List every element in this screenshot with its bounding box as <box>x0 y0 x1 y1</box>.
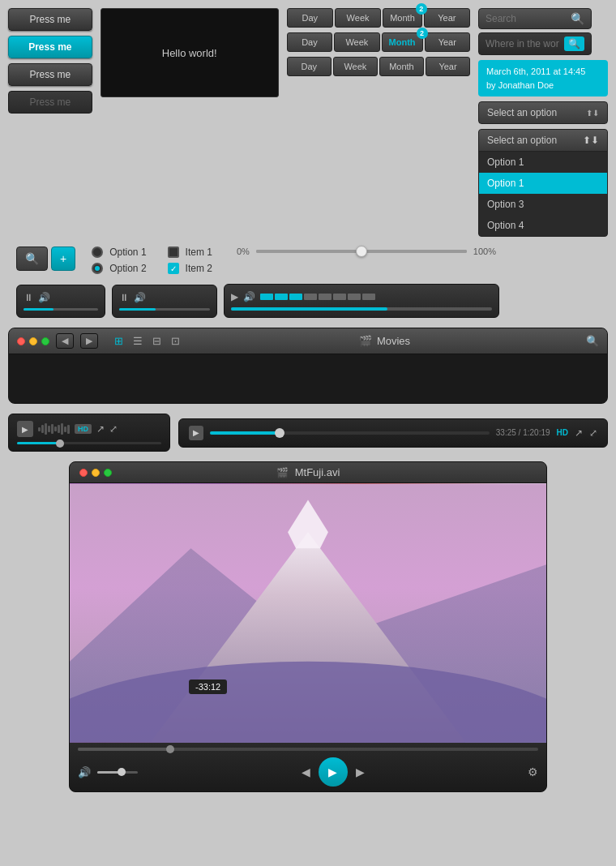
main-progress-thumb[interactable] <box>166 745 174 753</box>
dropdown-option-1-active[interactable]: Option 1 <box>479 173 607 194</box>
press-me-button-3[interactable]: Press me <box>8 63 92 86</box>
grid-view-icon[interactable]: ⊞ <box>111 333 126 349</box>
progress-bar-2[interactable] <box>119 308 210 311</box>
volume-icon-1[interactable]: 🔊 <box>38 292 50 303</box>
search-icon-1[interactable]: 🔍 <box>571 12 584 25</box>
dropdown-option-3[interactable]: Option 3 <box>479 194 607 215</box>
dropdown-option-4[interactable]: Option 4 <box>479 215 607 236</box>
main-bottom-controls: 🔊 ◀ ▶ ▶ ⚙ <box>78 757 538 787</box>
date-year-2[interactable]: Year <box>425 32 470 52</box>
volume-slider[interactable] <box>97 771 138 774</box>
mac-back-button[interactable]: ◀ <box>56 333 74 349</box>
progress-bar-large[interactable] <box>231 307 492 311</box>
date-day-2[interactable]: Day <box>287 32 332 52</box>
pause-icon-1[interactable]: ⏸ <box>24 292 33 303</box>
badge-1: 2 <box>416 3 427 15</box>
press-me-button-1[interactable]: Press me <box>8 8 92 31</box>
search-teal-icon[interactable]: 🔍 <box>564 36 584 51</box>
mini-play-button-left[interactable]: ▶ <box>17 421 33 437</box>
progress-bar-1[interactable] <box>24 308 98 311</box>
wave-bar-9 <box>64 427 66 432</box>
radio-option-1[interactable] <box>92 247 103 258</box>
dropdown-open-header[interactable]: Select an option ⬆⬇ <box>479 130 607 152</box>
next-button[interactable]: ▶ <box>356 765 365 778</box>
press-me-button-2[interactable]: Press me <box>8 36 92 58</box>
settings-icon[interactable]: ⚙ <box>528 765 538 778</box>
main-minimize-dot[interactable] <box>92 469 100 477</box>
main-video-area: -33:12 <box>70 483 546 743</box>
pause-icon-2[interactable]: ⏸ <box>119 292 129 303</box>
chevron-down-icon: ⬆⬇ <box>586 109 599 118</box>
wave-bar-4 <box>48 426 50 432</box>
mac-maximize-dot[interactable] <box>41 337 49 345</box>
date-week-1[interactable]: Week <box>335 8 381 28</box>
check-item-1-row: Item 1 <box>168 247 212 258</box>
mac-close-dot[interactable] <box>17 337 25 345</box>
slider-thumb[interactable] <box>356 246 367 257</box>
media-player-small-2: ⏸ 🔊 <box>112 285 217 318</box>
mac-minimize-dot[interactable] <box>29 337 37 345</box>
date-month-3[interactable]: Month <box>379 57 424 76</box>
wave-bar-8 <box>61 423 63 435</box>
column-view-icon[interactable]: ⊟ <box>149 333 165 349</box>
share-icon-left[interactable]: ↗ <box>96 423 105 435</box>
mac-search-icon[interactable]: 🔍 <box>586 335 599 347</box>
fullscreen-icon-right[interactable]: ⤢ <box>589 427 597 439</box>
wave-bar-6 <box>54 427 57 431</box>
prev-button[interactable]: ◀ <box>302 765 310 778</box>
date-day-1[interactable]: Day <box>287 8 333 28</box>
volume-icon-large[interactable]: 🔊 <box>243 291 255 302</box>
play-icon-large[interactable]: ▶ <box>231 291 238 302</box>
fullscreen-icon-left[interactable]: ⤢ <box>109 423 118 435</box>
mac-forward-button[interactable]: ▶ <box>80 333 98 349</box>
slider-min-label: 0% <box>237 247 250 256</box>
hd-badge-right: HD <box>557 428 568 437</box>
main-play-button[interactable]: ▶ <box>319 757 348 787</box>
cover-view-icon[interactable]: ⊡ <box>168 333 183 349</box>
hello-world-text: Hello world! <box>162 47 217 59</box>
dropdown-single[interactable]: Select an option ⬆⬇ <box>478 101 608 124</box>
media-controls-large: ▶ 🔊 <box>231 291 492 302</box>
waveform-bars <box>260 294 375 300</box>
mini-progress-thumb-left[interactable] <box>56 439 64 448</box>
search-icon-button[interactable]: 🔍 <box>16 247 48 271</box>
volume-thumb[interactable] <box>118 768 126 776</box>
slider-track[interactable] <box>256 250 467 253</box>
checkbox-item-1[interactable] <box>168 247 179 258</box>
wave-bar-2 <box>41 425 44 433</box>
add-icon-button[interactable]: + <box>51 247 75 271</box>
time-display-right: 33:25 / 1:20:19 <box>496 428 550 437</box>
mini-progress-left[interactable] <box>17 442 161 444</box>
date-row-3: Day Week Month Year <box>287 57 470 76</box>
mini-track-fill-right <box>210 431 280 435</box>
date-year-1[interactable]: Year <box>424 8 470 28</box>
list-view-icon[interactable]: ☰ <box>130 333 146 349</box>
dropdown-option-1-a[interactable]: Option 1 <box>479 152 607 173</box>
share-icon-right[interactable]: ↗ <box>575 427 583 439</box>
checkbox-item-2[interactable] <box>168 263 179 274</box>
badge-2: 2 <box>417 28 428 39</box>
search-input-1[interactable] <box>486 13 566 24</box>
timestamp-date: March 6th, 2011 at 14:45 <box>486 65 600 79</box>
date-week-2[interactable]: Week <box>334 32 379 52</box>
volume-icon-2[interactable]: 🔊 <box>134 292 146 303</box>
date-day-3[interactable]: Day <box>287 57 332 76</box>
main-left-volume-controls: 🔊 <box>78 766 138 778</box>
wave-bar-3 <box>45 423 47 435</box>
main-volume-icon[interactable]: 🔊 <box>78 766 91 778</box>
main-close-dot[interactable] <box>79 469 88 477</box>
main-maximize-dot[interactable] <box>104 469 112 477</box>
mini-play-button-right[interactable]: ▶ <box>189 426 203 440</box>
time-tooltip-text: -33:12 <box>195 682 220 692</box>
date-week-3[interactable]: Week <box>333 57 378 76</box>
mini-track-right[interactable] <box>210 431 490 435</box>
mini-track-thumb-right[interactable] <box>275 428 284 438</box>
search-input-2[interactable] <box>486 38 559 49</box>
main-progress-bar[interactable] <box>78 748 538 751</box>
date-year-3[interactable]: Year <box>426 57 470 76</box>
radio-option-2[interactable] <box>92 263 103 274</box>
mini-players-section: ▶ HD ↗ ⤢ <box>8 414 608 452</box>
progress-fill-2 <box>119 308 156 311</box>
slider-section: 0% 100% <box>237 247 496 256</box>
wave-bar-7 <box>58 425 60 433</box>
